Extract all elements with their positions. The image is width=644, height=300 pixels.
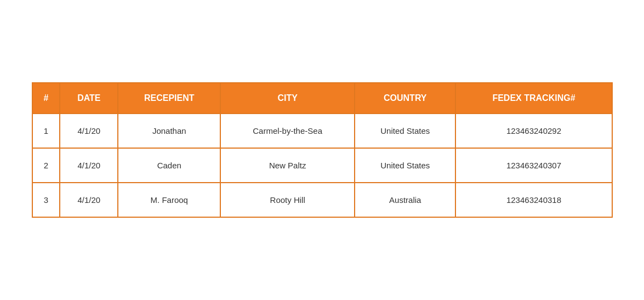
- shipment-table-container: # DATE RECEPIENT CITY COUNTRY FEDEX TRAC…: [32, 82, 613, 218]
- row-1-country: United States: [355, 114, 455, 148]
- row-2-country: United States: [355, 148, 455, 183]
- col-city-header: CITY: [220, 83, 355, 114]
- table-body: 1 4/1/20 Jonathan Carmel-by-the-Sea Unit…: [32, 114, 612, 217]
- col-recipient-header: RECEPIENT: [118, 83, 220, 114]
- row-1-num: 1: [32, 114, 60, 148]
- row-2-recipient: Caden: [118, 148, 220, 183]
- col-date-header: DATE: [60, 83, 118, 114]
- row-1-fedex: 123463240292: [455, 114, 612, 148]
- col-num-header: #: [32, 83, 60, 114]
- table-row: 1 4/1/20 Jonathan Carmel-by-the-Sea Unit…: [32, 114, 612, 148]
- row-3-country: Australia: [355, 183, 455, 217]
- row-2-date: 4/1/20: [60, 148, 118, 183]
- row-2-city: New Paltz: [220, 148, 355, 183]
- row-1-recipient: Jonathan: [118, 114, 220, 148]
- col-country-header: COUNTRY: [355, 83, 455, 114]
- row-3-recipient: M. Farooq: [118, 183, 220, 217]
- col-fedex-header: FEDEX TRACKING#: [455, 83, 612, 114]
- table-header: # DATE RECEPIENT CITY COUNTRY FEDEX TRAC…: [32, 83, 612, 114]
- table-row: 3 4/1/20 M. Farooq Rooty Hill Australia …: [32, 183, 612, 217]
- row-1-date: 4/1/20: [60, 114, 118, 148]
- shipment-table: # DATE RECEPIENT CITY COUNTRY FEDEX TRAC…: [32, 82, 613, 218]
- row-1-city: Carmel-by-the-Sea: [220, 114, 355, 148]
- table-row: 2 4/1/20 Caden New Paltz United States 1…: [32, 148, 612, 183]
- header-row: # DATE RECEPIENT CITY COUNTRY FEDEX TRAC…: [32, 83, 612, 114]
- row-2-num: 2: [32, 148, 60, 183]
- row-3-fedex: 123463240318: [455, 183, 612, 217]
- row-3-date: 4/1/20: [60, 183, 118, 217]
- row-3-num: 3: [32, 183, 60, 217]
- row-2-fedex: 123463240307: [455, 148, 612, 183]
- row-3-city: Rooty Hill: [220, 183, 355, 217]
